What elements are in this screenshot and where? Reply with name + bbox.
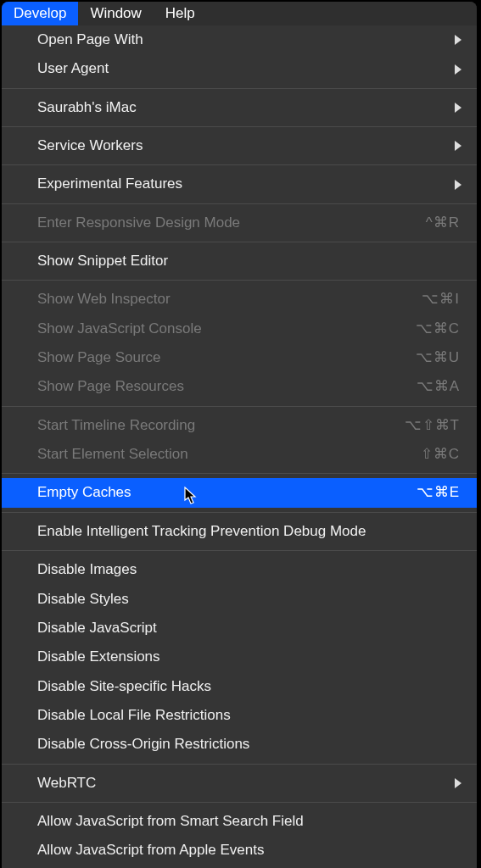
chevron-right-icon [455,778,461,788]
menu-item-itp-debug[interactable]: Enable Intelligent Tracking Prevention D… [2,517,477,546]
chevron-right-icon [455,141,461,151]
menu-item-empty-caches[interactable]: Empty Caches ⌥⌘E [2,478,477,507]
menu-separator [2,512,477,513]
menu-item-shortcut: ⇧⌘C [421,443,460,465]
menu-separator [2,550,477,551]
menu-item-page-source: Show Page Source ⌥⌘U [2,343,477,372]
chevron-right-icon [455,103,461,113]
menu-item-shortcut: ⌥⌘A [417,376,460,398]
menu-item-label: Show Web Inspector [37,288,171,310]
menu-item-saurabhs-imac[interactable]: Saurabh's iMac [2,93,477,122]
menu-item-disable-extensions[interactable]: Disable Extensions [2,643,477,671]
menu-item-web-inspector: Show Web Inspector ⌥⌘I [2,285,477,314]
menu-item-label: Disable Cross-Origin Restrictions [37,733,249,755]
menu-item-element-selection: Start Element Selection ⇧⌘C [2,440,477,469]
menu-item-shortcut: ⌥⌘E [417,481,460,504]
menu-item-shortcut: ⌥⌘I [422,288,460,310]
menu-separator [2,203,477,204]
menu-separator [2,473,477,474]
menu-separator [2,280,477,281]
menu-item-label: Service Workers [37,135,143,157]
menu-item-service-workers[interactable]: Service Workers [2,131,477,160]
menu-item-label: Allow JavaScript from Smart Search Field [37,810,304,832]
menu-item-snippet-editor[interactable]: Show Snippet Editor [2,247,477,275]
cursor-icon [184,487,198,505]
menubar-item-help[interactable]: Help [154,2,207,25]
menubar-item-develop[interactable]: Develop [2,2,78,25]
menu-item-label: Start Timeline Recording [37,415,195,437]
menu-item-responsive-design: Enter Responsive Design Mode ^⌘R [2,209,477,237]
chevron-right-icon [455,35,461,45]
chevron-right-icon [455,64,461,75]
menu-item-disable-local-file[interactable]: Disable Local File Restrictions [2,701,477,730]
menu-item-label: Enable Intelligent Tracking Prevention D… [37,520,366,542]
menu-item-label: Disable Site-specific Hacks [37,676,211,698]
menubar-item-window[interactable]: Window [78,2,153,25]
menu-item-label: Disable Extensions [37,646,160,668]
menu-item-label: Disable Local File Restrictions [37,704,231,726]
menu-item-allow-remote-automation[interactable]: Allow Remote Automation [2,865,477,868]
chevron-right-icon [455,180,461,190]
menu-item-disable-cors[interactable]: Disable Cross-Origin Restrictions [2,730,477,759]
menu-item-allow-js-apple-events[interactable]: Allow JavaScript from Apple Events [2,836,477,865]
menu-item-label: Disable Images [37,559,137,581]
menu-item-shortcut: ^⌘R [426,212,460,234]
menu-panel: Develop Window Help Open Page With User … [2,2,477,868]
menu-item-label: Show Snippet Editor [37,250,168,272]
menu-item-label: Experimental Features [37,173,182,195]
menu-item-label: WebRTC [37,772,96,794]
menu-item-experimental-features[interactable]: Experimental Features [2,170,477,198]
menu-item-js-console: Show JavaScript Console ⌥⌘C [2,314,477,343]
menu-item-shortcut: ⌥⇧⌘T [405,415,460,437]
menu-item-label: Disable Styles [37,588,129,610]
menu-separator [2,802,477,803]
menu-separator [2,242,477,242]
menu-item-label: Saurabh's iMac [37,97,137,119]
menu-item-label: Show Page Source [37,347,161,369]
menu-item-label: Empty Caches [37,481,131,504]
menu-item-disable-styles[interactable]: Disable Styles [2,585,477,614]
develop-menu: Open Page With User Agent Saurabh's iMac… [2,25,477,868]
menu-item-user-agent[interactable]: User Agent [2,54,477,83]
menu-item-open-page-with[interactable]: Open Page With [2,25,477,54]
menu-item-allow-js-smart-search[interactable]: Allow JavaScript from Smart Search Field [2,807,477,836]
menu-item-label: Show Page Resources [37,376,184,398]
menu-item-label: Disable JavaScript [37,617,157,639]
menu-item-label: Allow JavaScript from Apple Events [37,839,264,861]
menu-item-webrtc[interactable]: WebRTC [2,769,477,798]
menu-item-disable-site-hacks[interactable]: Disable Site-specific Hacks [2,672,477,701]
menu-separator [2,764,477,765]
menu-separator [2,88,477,89]
menu-separator [2,406,477,407]
menu-item-shortcut: ⌥⌘C [416,318,460,340]
menu-item-shortcut: ⌥⌘U [416,347,460,369]
menu-item-disable-images[interactable]: Disable Images [2,555,477,584]
menu-item-label: Open Page With [37,29,143,51]
menubar: Develop Window Help [2,2,477,25]
menu-item-label: Show JavaScript Console [37,318,202,340]
menu-item-label: Start Element Selection [37,443,188,465]
menu-separator [2,164,477,165]
menu-item-disable-js[interactable]: Disable JavaScript [2,614,477,643]
menu-separator [2,126,477,127]
menu-item-page-resources: Show Page Resources ⌥⌘A [2,372,477,401]
menu-item-label: Enter Responsive Design Mode [37,212,240,234]
menu-item-timeline-recording: Start Timeline Recording ⌥⇧⌘T [2,411,477,440]
menu-item-label: User Agent [37,58,109,80]
